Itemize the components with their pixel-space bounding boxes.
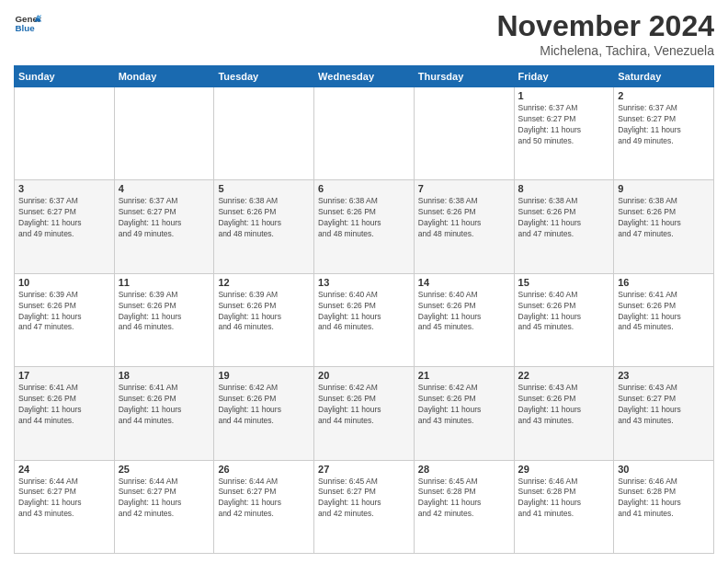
day-number: 25 [119, 464, 210, 475]
calendar-cell: 23Sunrise: 6:43 AM Sunset: 6:27 PM Dayli… [614, 367, 714, 460]
day-info: Sunrise: 6:45 AM Sunset: 6:28 PM Dayligh… [418, 477, 510, 521]
calendar-cell: 17Sunrise: 6:41 AM Sunset: 6:26 PM Dayli… [15, 367, 115, 460]
location-title: Michelena, Tachira, Venezuela [496, 43, 714, 58]
day-number: 23 [618, 370, 710, 381]
header: General Blue November 2024 Michelena, Ta… [14, 9, 714, 58]
day-number: 8 [518, 183, 610, 194]
calendar-cell: 28Sunrise: 6:45 AM Sunset: 6:28 PM Dayli… [414, 460, 514, 553]
day-info: Sunrise: 6:37 AM Sunset: 6:27 PM Dayligh… [518, 103, 610, 147]
calendar-cell: 27Sunrise: 6:45 AM Sunset: 6:27 PM Dayli… [314, 460, 415, 553]
day-info: Sunrise: 6:39 AM Sunset: 6:26 PM Dayligh… [218, 290, 310, 334]
calendar-table: Sunday Monday Tuesday Wednesday Thursday… [14, 65, 714, 554]
day-info: Sunrise: 6:40 AM Sunset: 6:26 PM Dayligh… [518, 290, 610, 334]
calendar-cell: 10Sunrise: 6:39 AM Sunset: 6:26 PM Dayli… [15, 273, 115, 366]
day-info: Sunrise: 6:39 AM Sunset: 6:26 PM Dayligh… [119, 290, 210, 334]
day-number: 13 [318, 277, 410, 288]
day-number: 7 [418, 183, 510, 194]
col-wednesday: Wednesday [314, 66, 415, 87]
calendar-cell: 9Sunrise: 6:38 AM Sunset: 6:26 PM Daylig… [614, 180, 714, 273]
page: General Blue November 2024 Michelena, Ta… [0, 0, 728, 563]
day-info: Sunrise: 6:37 AM Sunset: 6:27 PM Dayligh… [618, 103, 710, 147]
calendar-cell: 22Sunrise: 6:43 AM Sunset: 6:26 PM Dayli… [514, 367, 614, 460]
day-number: 5 [218, 183, 310, 194]
calendar-cell: 14Sunrise: 6:40 AM Sunset: 6:26 PM Dayli… [414, 273, 514, 366]
day-info: Sunrise: 6:46 AM Sunset: 6:28 PM Dayligh… [618, 477, 710, 521]
day-info: Sunrise: 6:38 AM Sunset: 6:26 PM Dayligh… [418, 196, 510, 240]
svg-text:Blue: Blue [16, 23, 36, 33]
day-info: Sunrise: 6:40 AM Sunset: 6:26 PM Dayligh… [418, 290, 510, 334]
calendar-cell: 20Sunrise: 6:42 AM Sunset: 6:26 PM Dayli… [314, 367, 415, 460]
day-info: Sunrise: 6:38 AM Sunset: 6:26 PM Dayligh… [318, 196, 410, 240]
day-number: 26 [218, 464, 310, 475]
header-row: Sunday Monday Tuesday Wednesday Thursday… [15, 66, 714, 87]
day-info: Sunrise: 6:41 AM Sunset: 6:26 PM Dayligh… [119, 383, 210, 427]
calendar-cell: 13Sunrise: 6:40 AM Sunset: 6:26 PM Dayli… [314, 273, 415, 366]
col-tuesday: Tuesday [214, 66, 314, 87]
day-info: Sunrise: 6:39 AM Sunset: 6:26 PM Dayligh… [18, 290, 110, 334]
day-info: Sunrise: 6:38 AM Sunset: 6:26 PM Dayligh… [218, 196, 310, 240]
month-title: November 2024 [496, 9, 714, 43]
calendar-row-2: 10Sunrise: 6:39 AM Sunset: 6:26 PM Dayli… [15, 273, 714, 366]
calendar-cell: 15Sunrise: 6:40 AM Sunset: 6:26 PM Dayli… [514, 273, 614, 366]
day-number: 24 [18, 464, 110, 475]
day-info: Sunrise: 6:42 AM Sunset: 6:26 PM Dayligh… [218, 383, 310, 427]
day-number: 20 [318, 370, 410, 381]
calendar-cell: 11Sunrise: 6:39 AM Sunset: 6:26 PM Dayli… [114, 273, 214, 366]
day-number: 29 [518, 464, 610, 475]
calendar-row-1: 3Sunrise: 6:37 AM Sunset: 6:27 PM Daylig… [15, 180, 714, 273]
col-saturday: Saturday [614, 66, 714, 87]
logo-icon: General Blue [14, 9, 41, 37]
calendar-cell: 6Sunrise: 6:38 AM Sunset: 6:26 PM Daylig… [314, 180, 415, 273]
col-friday: Friday [514, 66, 614, 87]
calendar-cell: 29Sunrise: 6:46 AM Sunset: 6:28 PM Dayli… [514, 460, 614, 553]
day-number: 19 [218, 370, 310, 381]
day-number: 27 [318, 464, 410, 475]
calendar-cell: 5Sunrise: 6:38 AM Sunset: 6:26 PM Daylig… [214, 180, 314, 273]
day-number: 4 [119, 183, 210, 194]
calendar-cell: 18Sunrise: 6:41 AM Sunset: 6:26 PM Dayli… [114, 367, 214, 460]
calendar-cell: 21Sunrise: 6:42 AM Sunset: 6:26 PM Dayli… [414, 367, 514, 460]
calendar-row-3: 17Sunrise: 6:41 AM Sunset: 6:26 PM Dayli… [15, 367, 714, 460]
calendar-row-0: 1Sunrise: 6:37 AM Sunset: 6:27 PM Daylig… [15, 87, 714, 180]
calendar-cell [15, 87, 115, 180]
calendar-row-4: 24Sunrise: 6:44 AM Sunset: 6:27 PM Dayli… [15, 460, 714, 553]
calendar-cell: 24Sunrise: 6:44 AM Sunset: 6:27 PM Dayli… [15, 460, 115, 553]
col-thursday: Thursday [414, 66, 514, 87]
day-info: Sunrise: 6:44 AM Sunset: 6:27 PM Dayligh… [18, 477, 110, 521]
calendar-cell [314, 87, 415, 180]
day-info: Sunrise: 6:37 AM Sunset: 6:27 PM Dayligh… [119, 196, 210, 240]
calendar-cell: 4Sunrise: 6:37 AM Sunset: 6:27 PM Daylig… [114, 180, 214, 273]
day-number: 14 [418, 277, 510, 288]
title-block: November 2024 Michelena, Tachira, Venezu… [496, 9, 714, 58]
calendar-cell: 8Sunrise: 6:38 AM Sunset: 6:26 PM Daylig… [514, 180, 614, 273]
day-info: Sunrise: 6:38 AM Sunset: 6:26 PM Dayligh… [618, 196, 710, 240]
day-info: Sunrise: 6:43 AM Sunset: 6:26 PM Dayligh… [518, 383, 610, 427]
day-number: 28 [418, 464, 510, 475]
day-number: 30 [618, 464, 710, 475]
calendar-cell: 30Sunrise: 6:46 AM Sunset: 6:28 PM Dayli… [614, 460, 714, 553]
calendar-cell: 16Sunrise: 6:41 AM Sunset: 6:26 PM Dayli… [614, 273, 714, 366]
day-info: Sunrise: 6:42 AM Sunset: 6:26 PM Dayligh… [318, 383, 410, 427]
day-info: Sunrise: 6:43 AM Sunset: 6:27 PM Dayligh… [618, 383, 710, 427]
day-info: Sunrise: 6:38 AM Sunset: 6:26 PM Dayligh… [518, 196, 610, 240]
day-number: 10 [18, 277, 110, 288]
day-info: Sunrise: 6:45 AM Sunset: 6:27 PM Dayligh… [318, 477, 410, 521]
day-info: Sunrise: 6:37 AM Sunset: 6:27 PM Dayligh… [18, 196, 110, 240]
day-number: 15 [518, 277, 610, 288]
calendar-cell: 2Sunrise: 6:37 AM Sunset: 6:27 PM Daylig… [614, 87, 714, 180]
day-number: 22 [518, 370, 610, 381]
day-info: Sunrise: 6:42 AM Sunset: 6:26 PM Dayligh… [418, 383, 510, 427]
calendar-cell: 26Sunrise: 6:44 AM Sunset: 6:27 PM Dayli… [214, 460, 314, 553]
logo: General Blue [14, 9, 41, 37]
calendar-cell: 25Sunrise: 6:44 AM Sunset: 6:27 PM Dayli… [114, 460, 214, 553]
day-info: Sunrise: 6:40 AM Sunset: 6:26 PM Dayligh… [318, 290, 410, 334]
day-number: 9 [618, 183, 710, 194]
day-number: 1 [518, 90, 610, 101]
day-number: 11 [119, 277, 210, 288]
col-sunday: Sunday [15, 66, 115, 87]
day-info: Sunrise: 6:46 AM Sunset: 6:28 PM Dayligh… [518, 477, 610, 521]
day-info: Sunrise: 6:41 AM Sunset: 6:26 PM Dayligh… [18, 383, 110, 427]
calendar-cell: 12Sunrise: 6:39 AM Sunset: 6:26 PM Dayli… [214, 273, 314, 366]
calendar-cell: 7Sunrise: 6:38 AM Sunset: 6:26 PM Daylig… [414, 180, 514, 273]
day-info: Sunrise: 6:44 AM Sunset: 6:27 PM Dayligh… [119, 477, 210, 521]
